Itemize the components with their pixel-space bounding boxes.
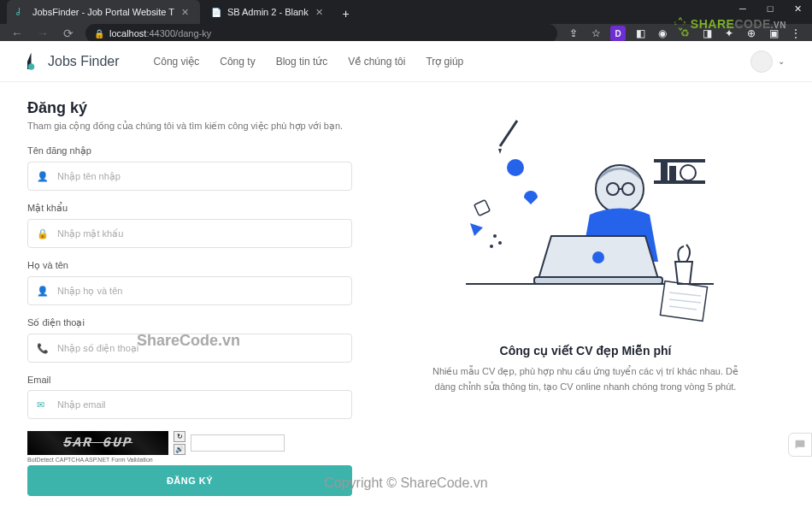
user-menu[interactable]: ⌄ (750, 50, 785, 73)
nav-item-companies[interactable]: Công ty (220, 56, 255, 68)
nav-item-jobs[interactable]: Công việc (154, 56, 200, 68)
field-fullname: Họ và tên 👤 (27, 260, 352, 305)
signup-form: Đăng ký Tham gia cộng đồng của chúng tôi… (27, 99, 352, 496)
tab-title: JobsFinder - Job Portal Website T (32, 7, 174, 17)
input-email[interactable] (57, 399, 343, 410)
captcha-audio-button[interactable]: 🔊 (174, 444, 185, 455)
tab-sbadmin[interactable]: 📄 SB Admin 2 - Blank ✕ (202, 0, 334, 24)
address-bar-row: ← → ⟳ 🔒 localhost:44300/dang-ky ⇪ ☆ D ◧ … (0, 24, 812, 43)
svg-point-12 (490, 245, 493, 248)
address-bar[interactable]: 🔒 localhost:44300/dang-ky (85, 24, 557, 43)
extension-icon[interactable]: ⊕ (744, 26, 759, 41)
promo-panel: Công cụ viết CV đẹp Miễn phí Nhiều mẫu C… (386, 99, 785, 496)
tab-close-icon[interactable]: ✕ (179, 6, 191, 18)
extension-icon[interactable]: ◉ (655, 26, 670, 41)
extension-icon[interactable]: ▣ (766, 26, 781, 41)
tab-bar: JobsFinder - Job Portal Website T ✕ 📄 SB… (0, 0, 812, 24)
tab-jobsfinder[interactable]: JobsFinder - Job Portal Website T ✕ (7, 0, 200, 24)
nav-item-about[interactable]: Về chúng tôi (348, 56, 405, 68)
label-email: Email (27, 375, 352, 385)
extension-icon[interactable]: ♻ (677, 26, 692, 41)
promo-desc: Nhiều mẫu CV đẹp, phù hợp nhu cầu ứng tu… (423, 364, 748, 394)
svg-rect-4 (669, 166, 676, 180)
nav-item-blog[interactable]: Blog tin tức (276, 56, 328, 68)
extension-icon[interactable]: ◧ (633, 26, 648, 41)
user-icon: 👤 (37, 171, 49, 182)
svg-point-11 (498, 241, 502, 245)
svg-point-10 (493, 234, 497, 238)
svg-point-19 (592, 251, 604, 263)
page: Jobs Finder Công việc Công ty Blog tin t… (0, 41, 812, 508)
chevron-down-icon: ⌄ (778, 56, 785, 66)
logo[interactable]: Jobs Finder (27, 52, 120, 71)
input-password[interactable] (57, 228, 343, 239)
lock-icon: 🔒 (37, 228, 49, 239)
nav-item-help[interactable]: Trợ giúp (426, 56, 463, 68)
avatar (750, 50, 773, 73)
tab-favicon-icon: 📄 (210, 6, 222, 18)
logo-icon (27, 52, 43, 71)
window-controls: ─ □ ✕ (735, 3, 805, 15)
svg-point-0 (28, 63, 35, 70)
submit-button[interactable]: ĐĂNG KÝ (27, 465, 352, 496)
captcha-controls: ↻ 🔊 (174, 431, 185, 455)
chat-widget-button[interactable] (788, 433, 812, 457)
star-icon[interactable]: ☆ (588, 26, 603, 41)
svg-rect-2 (654, 180, 705, 184)
url: localhost:44300/dang-ky (109, 28, 211, 38)
label-username: Tên đăng nhập (27, 145, 352, 157)
input-username[interactable] (57, 171, 343, 181)
menu-icon[interactable]: ⋮ (788, 26, 803, 41)
new-tab-button[interactable]: + (336, 3, 356, 24)
cv-illustration (449, 116, 722, 330)
share-icon[interactable]: ⇪ (566, 26, 581, 41)
field-password: Mật khẩu 🔒 (27, 203, 352, 248)
label-fullname: Họ và tên (27, 260, 352, 271)
field-phone: Số điện thoại 📞 (27, 317, 352, 363)
nav-back-icon[interactable]: ← (9, 27, 26, 40)
svg-rect-3 (661, 162, 668, 180)
lock-icon: 🔒 (94, 29, 104, 38)
phone-icon: 📞 (37, 343, 49, 354)
user-icon: 👤 (37, 286, 49, 297)
captcha-row: 5AR 6UP BotDetect CAPTCHA ASP.NET Form V… (27, 431, 352, 455)
label-phone: Số điện thoại (27, 317, 352, 328)
browser-toolbar-icons: ⇪ ☆ D ◧ ◉ ♻ ◨ ✦ ⊕ ▣ ⋮ (566, 26, 803, 41)
window-close[interactable]: ✕ (790, 3, 805, 15)
extension-icon[interactable]: ✦ (721, 26, 737, 41)
extension-d-icon[interactable]: D (610, 26, 626, 41)
window-minimize[interactable]: ─ (735, 3, 750, 15)
page-title: Đăng ký (27, 99, 352, 117)
browser-chrome: ─ □ ✕ JobsFinder - Job Portal Website T … (0, 0, 812, 41)
page-subtitle: Tham gia cộng đồng của chúng tôi và tìm … (27, 121, 352, 132)
input-fullname[interactable] (57, 286, 343, 296)
label-password: Mật khẩu (27, 203, 352, 214)
field-email: Email ✉ (27, 375, 352, 419)
svg-rect-9 (474, 200, 491, 216)
window-maximize[interactable]: □ (762, 3, 778, 15)
svg-marker-7 (498, 149, 502, 154)
svg-line-6 (500, 121, 517, 146)
tab-favicon-icon (15, 6, 27, 18)
nav-reload-icon[interactable]: ⟳ (60, 27, 77, 40)
tab-close-icon[interactable]: ✕ (314, 6, 326, 18)
captcha-reload-button[interactable]: ↻ (174, 431, 185, 442)
captcha-input[interactable] (191, 434, 285, 452)
logo-text: Jobs Finder (48, 54, 120, 69)
chat-icon (793, 438, 807, 452)
nav-forward-icon[interactable]: → (34, 27, 51, 40)
svg-rect-1 (654, 159, 705, 162)
tab-title: SB Admin 2 - Blank (227, 7, 309, 17)
field-username: Tên đăng nhập 👤 (27, 145, 352, 191)
svg-point-8 (507, 159, 524, 176)
svg-rect-18 (534, 277, 662, 284)
input-phone[interactable] (57, 343, 343, 353)
promo-title: Công cụ viết CV đẹp Miễn phí (500, 344, 672, 357)
site-header: Jobs Finder Công việc Công ty Blog tin t… (0, 41, 812, 82)
mail-icon: ✉ (37, 399, 49, 411)
extension-icon[interactable]: ◨ (699, 26, 715, 41)
main-content: Đăng ký Tham gia cộng đồng của chúng tôi… (0, 82, 812, 508)
captcha-image: 5AR 6UP BotDetect CAPTCHA ASP.NET Form V… (27, 431, 168, 455)
nav-menu: Công việc Công ty Blog tin tức Về chúng … (154, 56, 750, 68)
svg-point-5 (680, 165, 696, 180)
